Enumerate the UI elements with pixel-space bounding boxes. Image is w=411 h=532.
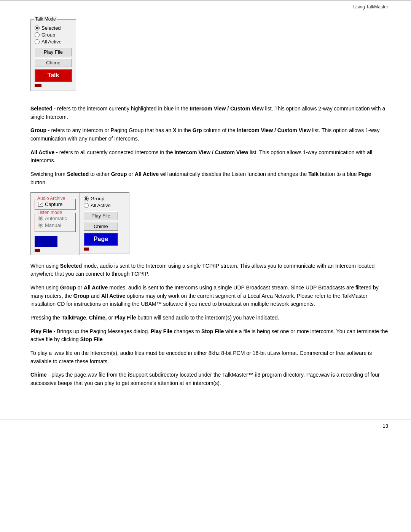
paragraph-5: When using Selected mode, audio is sent …	[30, 262, 388, 278]
p6-group: Group	[60, 284, 76, 291]
radio-automatic-circle	[38, 216, 43, 221]
radio-manual-label: Manual	[45, 222, 61, 228]
p7-text3: or	[107, 315, 115, 321]
p3-all-active: All Active	[30, 149, 54, 155]
right-panel: Group All Active Play File Chime Page	[80, 192, 129, 254]
page-number: 13	[383, 423, 388, 429]
radio-all-active-right-circle	[84, 203, 89, 208]
capture-label: Capture	[45, 201, 62, 207]
talk-mode-widget: Talk Mode Selected Group All	[30, 19, 76, 91]
p4-text2: to either	[89, 171, 111, 177]
p3-intercom-view: Intercom View / Custom View	[174, 149, 248, 155]
radio-manual[interactable]: Manual	[38, 222, 73, 228]
p3-text1: - refers to all currently connected Inte…	[54, 149, 174, 155]
p6-all-active2: All Active	[101, 293, 125, 299]
p1-intercom-view: Intercom View / Custom View	[190, 105, 264, 112]
p7-talk-page: Talk/Page	[62, 315, 86, 321]
p5-text2: mode, audio is sent to the Intercom usin…	[30, 263, 374, 277]
audio-archive-label: Audio Archive	[37, 196, 66, 201]
radio-all-active-label: All Active	[41, 39, 62, 45]
status-dot-left	[35, 249, 40, 252]
header-title: Using TalkMaster	[353, 4, 388, 10]
radio-group-circle	[35, 32, 40, 37]
chime-button-right[interactable]: Chime	[84, 222, 118, 231]
p8-play-file: Play File	[30, 328, 52, 334]
play-file-button-right[interactable]: Play File	[84, 211, 118, 220]
radio-group-right[interactable]: Group	[84, 196, 125, 201]
p7-text2: ,	[86, 315, 89, 321]
p7-play-file: Play File	[115, 315, 136, 321]
radio-all-active-circle	[35, 39, 40, 44]
capture-checkbox[interactable]: ✓ Capture	[38, 201, 73, 207]
p8-play-file2: Play File	[151, 328, 172, 334]
p6-text4: and	[89, 293, 101, 299]
paragraph-8: Play File - Brings up the Paging Message…	[30, 328, 388, 344]
p2-text2: in the	[177, 127, 193, 133]
p7-chime: Chime,	[89, 315, 107, 321]
radio-manual-circle	[38, 223, 43, 228]
paragraph-7: Pressing the Talk/Page, Chime, or Play F…	[30, 314, 388, 322]
p4-talk: Talk	[308, 171, 319, 177]
paragraph-6: When using Group or All Active modes, au…	[30, 284, 388, 308]
p8-text1: - Brings up the Paging Messages dialog.	[52, 328, 151, 334]
p5-text1: When using	[30, 263, 60, 269]
p1-selected: Selected	[30, 105, 53, 112]
p4-text6: button.	[30, 179, 47, 185]
paragraph-10: Chime - plays the page.wav file from the…	[30, 371, 388, 387]
play-file-button[interactable]: Play File	[35, 48, 72, 56]
p6-all-active: All Active	[84, 284, 108, 291]
p7-text1: Pressing the	[30, 315, 62, 321]
p4-text1: Switching from	[30, 171, 67, 177]
page-button[interactable]: Page	[84, 233, 118, 246]
content-area: Talk Mode Selected Group All	[0, 12, 411, 408]
radio-selected[interactable]: Selected	[35, 25, 72, 31]
footer: 13	[0, 420, 411, 436]
paragraph-3: All Active - refers to all currently con…	[30, 149, 388, 165]
chime-button[interactable]: Chime	[35, 58, 72, 67]
radio-all-active[interactable]: All Active	[35, 39, 72, 45]
p4-selected: Selected	[67, 171, 89, 177]
p5-selected: Selected	[60, 263, 82, 269]
p4-page: Page	[358, 171, 371, 177]
p10-chime: Chime	[30, 372, 47, 378]
paragraph-2: Group - refers to any Intercom or Paging…	[30, 126, 388, 143]
p6-text2: or	[76, 284, 84, 291]
p2-intercom-view: Intercom View / Custom View	[237, 127, 311, 133]
page-container: Using TalkMaster Talk Mode Selected Grou…	[0, 0, 411, 532]
p4-text4: will automatically disables the Listen f…	[159, 171, 308, 177]
p6-group2: Group	[73, 293, 89, 299]
talk-mode-title: Talk Mode	[34, 16, 57, 22]
p2-x: X	[173, 127, 176, 133]
paragraph-9: To play a .wav file on the Intercom(s), …	[30, 349, 388, 366]
radio-group[interactable]: Group	[35, 32, 72, 38]
listen-mode-label: Listen mode	[37, 210, 63, 215]
p8-stop-file2: Stop File	[80, 336, 103, 342]
p6-text1: When using	[30, 284, 60, 291]
talk-mode-radio-group: Selected Group All Active	[35, 25, 72, 45]
p4-all-active: All Active	[135, 171, 159, 177]
radio-all-active-right-label: All Active	[91, 203, 111, 208]
radio-selected-label: Selected	[41, 25, 61, 31]
status-bar	[35, 84, 72, 87]
p2-text1: - refers to any Intercom or Paging Group…	[46, 127, 173, 133]
status-dot-right	[84, 248, 89, 251]
talk-button[interactable]: Talk	[35, 69, 72, 82]
radio-group-label: Group	[41, 32, 55, 38]
p4-group: Group	[111, 171, 127, 177]
radio-all-active-right[interactable]: All Active	[84, 203, 125, 208]
p7-text4: button will send audio to the intercom(s…	[136, 315, 279, 321]
paragraph-1: Selected - refers to the intercom curren…	[30, 105, 388, 121]
p2-group: Group	[30, 127, 46, 133]
radio-selected-circle	[35, 26, 40, 30]
blue-button-placeholder[interactable]	[35, 236, 57, 247]
radio-group-right-label: Group	[91, 196, 104, 201]
p10-text: - plays the page.wav file from the iSupp…	[30, 372, 380, 386]
p1-text1: - refers to the intercom currently highl…	[53, 105, 190, 112]
p8-text2: changes to	[172, 328, 201, 334]
p2-grp: Grp	[193, 127, 202, 133]
radio-group-right-circle	[84, 196, 89, 201]
status-dot	[35, 84, 41, 87]
radio-automatic[interactable]: Automatic	[38, 216, 73, 221]
p9-text: To play a .wav file on the Intercom(s), …	[30, 350, 372, 364]
p4-text5: button to a blue	[319, 171, 358, 177]
